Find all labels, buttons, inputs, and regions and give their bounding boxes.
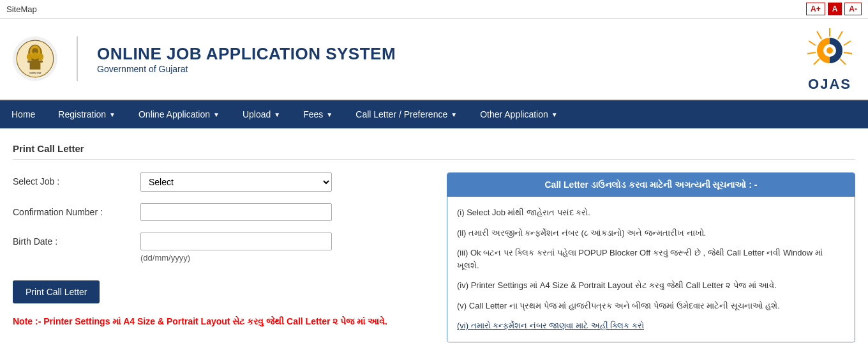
svg-rect-3 (27, 60, 43, 63)
note-text: Note :- Printer Settings માં A4 Size & P… (13, 316, 421, 327)
svg-text:सत्यमेव जयते: सत्यमेव जयते (29, 72, 41, 75)
svg-point-20 (827, 47, 833, 54)
nav-home[interactable]: Home (0, 100, 47, 128)
select-job-control: Select (140, 172, 434, 192)
select-job-label: Select Job : (13, 172, 140, 187)
birth-date-row: Birth Date : (dd/mm/yyyy) (13, 233, 434, 263)
svg-line-13 (844, 52, 852, 54)
svg-line-12 (844, 41, 851, 45)
nav-fees[interactable]: Fees ▼ (292, 100, 344, 128)
svg-rect-5 (30, 63, 41, 70)
svg-line-17 (807, 52, 816, 54)
nav-call-letter-arrow: ▼ (451, 111, 457, 118)
confirmation-number-label: Confirmation Number : (13, 203, 140, 217)
ojas-logo-graphic (804, 25, 855, 76)
info-item-6[interactable]: (vi) તમારો કન્ફર્મેશન નંબર જાણવા માટે અહ… (457, 319, 845, 332)
birth-date-input[interactable] (140, 233, 332, 250)
print-call-letter-button[interactable]: Print Call Letter (13, 280, 100, 303)
info-item-2: (ii) તમારી અરજીનો કન્ફર્મેશન નંબર (૮ આંક… (457, 227, 845, 240)
nav-call-letter[interactable]: Call Letter / Preference ▼ (344, 100, 468, 128)
svg-line-14 (840, 59, 846, 65)
svg-line-18 (814, 59, 819, 65)
government-emblem: सत्यमेव जयते (13, 36, 57, 81)
main-layout: Select Job : Select Confirmation Number … (13, 172, 855, 342)
font-increase-button[interactable]: A+ (806, 3, 825, 15)
select-job-row: Select Job : Select (13, 172, 434, 192)
info-box-body: (i) Select Job માંથી જાહેરાત પસંદ કરો. (… (447, 197, 855, 342)
form-section: Select Job : Select Confirmation Number … (13, 172, 434, 342)
confirmation-number-control (140, 203, 434, 221)
info-item-1: (i) Select Job માંથી જાહેરાત પસંદ કરો. (457, 206, 845, 219)
nav-other-application-arrow: ▼ (551, 111, 558, 118)
svg-line-16 (809, 41, 816, 45)
nav-online-application[interactable]: Online Application ▼ (127, 100, 231, 128)
page-content: Print Call Letter Select Job : Select Co… (0, 128, 868, 352)
info-item-5: (v) Call Letter ના પ્રથમ પેજ માં હાજરીપત… (457, 300, 845, 312)
app-title: ONLINE JOB APPLICATION SYSTEM (97, 44, 396, 64)
font-normal-button[interactable]: A (828, 3, 842, 15)
nav-other-application[interactable]: Other Application ▼ (468, 100, 569, 128)
svg-point-7 (27, 54, 32, 61)
svg-point-9 (33, 52, 38, 59)
nav-online-application-arrow: ▼ (213, 111, 220, 118)
date-hint: (dd/mm/yyyy) (140, 253, 434, 263)
ojas-logo: OJAS (804, 25, 855, 93)
nav-registration[interactable]: Registration ▼ (47, 100, 127, 128)
top-bar: SiteMap A+ A A- (0, 0, 868, 19)
page-title: Print Call Letter (13, 138, 855, 160)
app-subtitle: Government of Gujarat (97, 64, 396, 74)
main-navbar: Home Registration ▼ Online Application ▼… (0, 100, 868, 128)
select-job-dropdown[interactable]: Select (140, 172, 332, 192)
info-box-header: Call Letter ડાઉનલોડ કરવા માટેની અગત્યની … (447, 173, 855, 197)
info-item-4: (iv) Printer Settings માં A4 Size & Port… (457, 279, 845, 292)
nav-fees-arrow: ▼ (326, 111, 333, 118)
birth-date-label: Birth Date : (13, 233, 140, 247)
nav-upload[interactable]: Upload ▼ (231, 100, 292, 128)
nav-upload-arrow: ▼ (274, 111, 280, 118)
info-item-3: (iii) Ok બટન પર ક્લિક કરતાં પહેલા POPUP … (457, 247, 845, 271)
font-decrease-button[interactable]: A- (844, 3, 862, 15)
header-divider (77, 36, 78, 81)
header-left: सत्यमेव जयते ONLINE JOB APPLICATION SYST… (13, 36, 396, 81)
svg-line-15 (817, 31, 821, 39)
info-section: Call Letter ડાઉનલોડ કરવા માટેની અગત્યની … (447, 172, 855, 342)
header-title: ONLINE JOB APPLICATION SYSTEM Government… (97, 44, 396, 74)
nav-registration-arrow: ▼ (109, 111, 116, 118)
confirmation-number-input[interactable] (140, 203, 332, 221)
confirmation-number-row: Confirmation Number : (13, 203, 434, 221)
info-box: Call Letter ડાઉનલોડ કરવા માટેની અગત્યની … (447, 172, 855, 342)
svg-point-8 (38, 54, 43, 61)
birth-date-control: (dd/mm/yyyy) (140, 233, 434, 263)
ojas-text: OJAS (808, 76, 851, 93)
font-size-controls: A+ A A- (806, 3, 862, 15)
svg-line-11 (838, 31, 842, 39)
page-header: सत्यमेव जयते ONLINE JOB APPLICATION SYST… (0, 19, 868, 100)
sitemap-link[interactable]: SiteMap (6, 4, 37, 14)
